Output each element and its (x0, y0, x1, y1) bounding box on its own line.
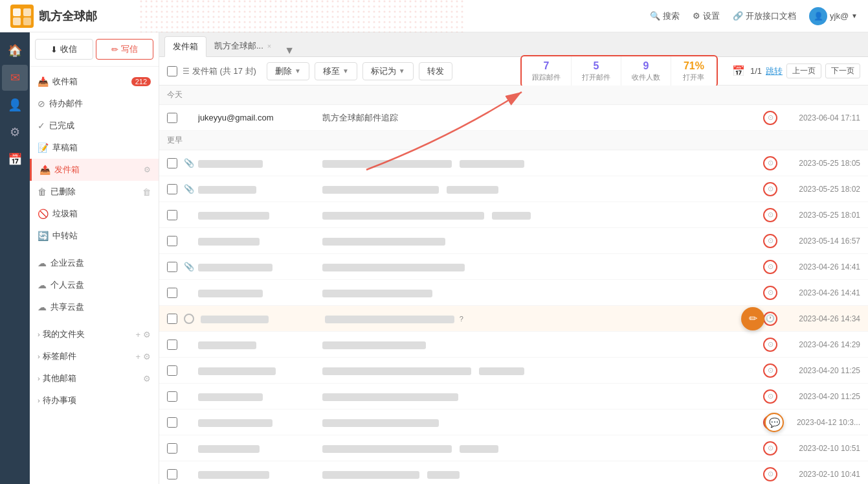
email-subject: subject content text here (315, 288, 763, 297)
sidebar-item-cloud-shared[interactable]: ☁ 共享云盘 (30, 296, 159, 318)
email-checkbox[interactable] (167, 340, 177, 350)
table-row[interactable]: sender subject content text here longer … (159, 435, 868, 461)
table-row[interactable]: sender name subject text here content 💬 … (159, 409, 868, 435)
email-sender: sender name here (198, 262, 315, 271)
email-checkbox[interactable] (167, 262, 177, 272)
track-status-orange-icon: 🕐 (763, 312, 777, 326)
tab-sent[interactable]: 发件箱 (164, 36, 206, 57)
delete-icon-btn[interactable]: 🗑 (142, 187, 151, 197)
table-row[interactable]: sender subject content text here ⊙ 2023-… (159, 384, 868, 409)
edit-draft-button[interactable]: ✏ (741, 307, 764, 330)
api-docs-action[interactable]: 🔗 开放接口文档 (733, 10, 796, 22)
email-checkbox[interactable] (167, 113, 177, 123)
email-checkbox[interactable] (167, 391, 177, 402)
table-row[interactable]: sender subject content text here ? ✏ 🕐 2… (159, 306, 868, 332)
email-checkbox[interactable] (167, 417, 177, 428)
email-checkbox[interactable] (167, 443, 177, 454)
email-checkbox[interactable] (167, 469, 177, 479)
email-checkbox[interactable] (167, 158, 177, 168)
earlier-label: 更早 (167, 135, 183, 144)
email-checkbox[interactable] (167, 288, 177, 298)
email-date: 2023-04-20 11:25 (783, 392, 860, 401)
mark-button[interactable]: 标记为 ▼ (362, 62, 414, 80)
delete-button[interactable]: 删除 ▼ (267, 62, 309, 80)
tab-kaifang[interactable]: 凯方全球邮... × (206, 36, 279, 56)
table-row[interactable]: 📎 sender subject content text more ⊙ 202… (159, 176, 868, 202)
email-checkbox[interactable] (167, 236, 177, 246)
sidebar-expandable-tagged[interactable]: › 标签邮件 + ⚙ (30, 345, 159, 367)
table-row[interactable]: sender subject content text ⊙ 2023-05-14… (159, 228, 868, 254)
compose-button[interactable]: ✏ 写信 (96, 39, 154, 60)
sidebar-item-done[interactable]: ✓ 已完成 (30, 115, 159, 137)
table-row[interactable]: sender name subject text here more ⊙ 202… (159, 461, 868, 484)
sidebar-item-draft[interactable]: 📝 草稿箱 (30, 137, 159, 159)
table-row[interactable]: sender subject content text ⊙ 2023-04-26… (159, 332, 868, 358)
sidebar-item-pending[interactable]: ⊘ 待办邮件 (30, 93, 159, 115)
stat-open: 5 打开邮件 (572, 56, 621, 86)
icon-contacts[interactable]: 👤 (2, 92, 28, 118)
other-settings-icon[interactable]: ⚙ (143, 374, 151, 384)
header-actions: 🔍 搜索 ⚙ 设置 🔗 开放接口文档 👤 yjk@ ▼ (650, 7, 858, 25)
email-date: 2023-06-04 17:11 (783, 113, 860, 122)
icon-home[interactable]: 🏠 (2, 38, 28, 63)
jump-link[interactable]: 跳转 (766, 65, 783, 77)
table-row[interactable]: 📎 sender name here subject content text … (159, 254, 868, 280)
table-row[interactable]: sender name long subject content text he… (159, 202, 868, 228)
sidebar-expandable-other[interactable]: › 其他邮箱 ⚙ (30, 367, 159, 389)
earlier-separator: 更早 (159, 131, 868, 150)
folder-settings-icon[interactable]: ⚙ (143, 330, 151, 340)
user-menu[interactable]: 👤 yjk@ ▼ (809, 7, 858, 25)
receive-button[interactable]: ⬇ 收信 (35, 39, 93, 60)
next-page-button[interactable]: 下一页 (825, 63, 860, 78)
chevron-down-icon: ▼ (851, 12, 858, 19)
track-status-icon: ⊙ (763, 208, 777, 222)
prev-page-button[interactable]: 上一页 (786, 63, 821, 78)
table-row[interactable]: sender name subject text content here lo… (159, 358, 868, 384)
sidebar-expandable-todo[interactable]: › 待办事项 (30, 389, 159, 411)
icon-calendar[interactable]: 📅 (2, 146, 28, 172)
add-folder-icon[interactable]: + (135, 330, 140, 340)
chat-button[interactable]: 💬 (764, 413, 784, 432)
sidebar-item-cloud-personal[interactable]: ☁ 个人云盘 (30, 274, 159, 296)
icon-mail[interactable]: ✉ (2, 65, 28, 91)
email-checkbox[interactable] (167, 184, 177, 194)
track-count: 7 (543, 60, 549, 72)
tab-close-icon[interactable]: × (267, 42, 271, 50)
sidebar-expandable-my-folders[interactable]: › 我的文件夹 + ⚙ (30, 323, 159, 345)
sidebar-item-deleted[interactable]: 🗑 已删除 🗑 (30, 181, 159, 203)
tag-settings-icon[interactable]: ⚙ (143, 352, 151, 362)
table-row[interactable]: sender subject content text here ⊙ 2023-… (159, 280, 868, 306)
today-separator: 今天 (159, 86, 868, 105)
table-row[interactable]: 📎 sender subject text here longer conten… (159, 150, 868, 176)
email-checkbox[interactable] (167, 210, 177, 220)
email-sender: sender name (198, 469, 315, 479)
email-subject: subject text here more (315, 469, 763, 479)
email-checkbox[interactable] (167, 314, 177, 324)
add-tag-icon[interactable]: + (135, 352, 140, 362)
email-checkbox[interactable] (167, 365, 177, 376)
sidebar-item-sent[interactable]: 📤 发件箱 ⚙ (30, 159, 159, 181)
move-button[interactable]: 移至 ▼ (315, 62, 357, 80)
sent-settings-icon[interactable]: ⚙ (144, 165, 151, 174)
sidebar-item-cloud-enterprise[interactable]: ☁ 企业云盘 (30, 252, 159, 274)
sidebar-item-transit[interactable]: 🔄 中转站 (30, 225, 159, 247)
settings-action[interactable]: ⚙ 设置 (693, 10, 720, 22)
email-sender: sender name (198, 210, 315, 220)
sidebar-item-trash[interactable]: 🚫 垃圾箱 (30, 203, 159, 225)
calendar-icon[interactable]: 📅 (731, 63, 746, 79)
icon-settings[interactable]: ⚙ (2, 119, 28, 145)
tab-dropdown[interactable]: ▼ (279, 45, 300, 56)
search-action[interactable]: 🔍 搜索 (650, 10, 680, 22)
page-info: 1/1 (750, 66, 762, 76)
stat-rate: 71% 打开率 (671, 56, 717, 86)
sidebar-item-inbox[interactable]: 📥 收件箱 212 (30, 71, 159, 93)
forward-button[interactable]: 转发 (419, 62, 452, 80)
track-label: 跟踪邮件 (532, 73, 561, 82)
breadcrumb-icon: ☰ (183, 67, 190, 76)
table-row[interactable]: jukeyyu@gmail.com 凯方全球邮邮件追踪 ⊙ 2023-06-04… (159, 105, 868, 131)
select-all-checkbox[interactable] (167, 66, 177, 76)
pending-icon: ⊘ (38, 98, 45, 109)
email-subject: subject content text (315, 340, 763, 349)
open-rate-label: 打开率 (683, 73, 704, 82)
forward-btn-label: 转发 (427, 65, 444, 77)
